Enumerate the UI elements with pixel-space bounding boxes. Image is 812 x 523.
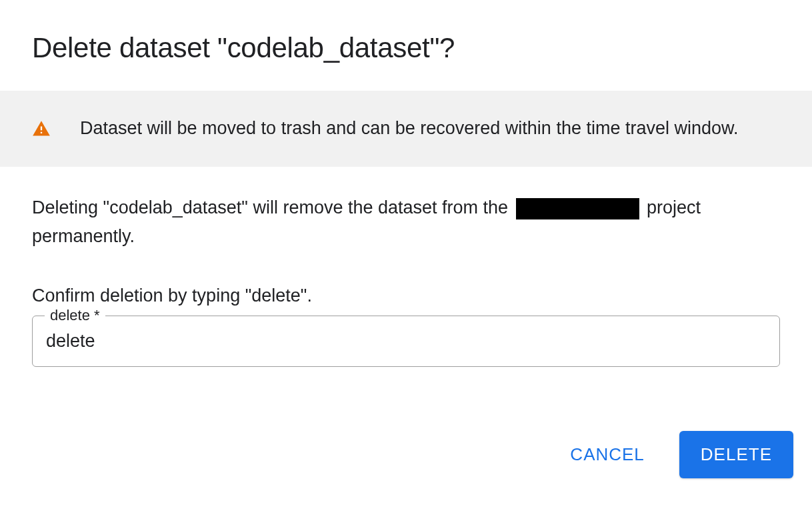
delete-confirm-input[interactable] xyxy=(33,316,779,366)
warning-icon xyxy=(32,119,51,138)
body-text: Deleting "codelab_dataset" will remove t… xyxy=(32,193,780,251)
confirm-section: Confirm deletion by typing "delete". del… xyxy=(0,251,812,367)
delete-input-wrapper: delete * xyxy=(32,316,780,367)
delete-dataset-dialog: Delete dataset "codelab_dataset"? Datase… xyxy=(0,0,812,497)
dialog-actions: CANCEL DELETE xyxy=(0,367,812,497)
dialog-body: Deleting "codelab_dataset" will remove t… xyxy=(0,167,812,251)
dialog-title: Delete dataset "codelab_dataset"? xyxy=(0,0,812,91)
delete-button[interactable]: DELETE xyxy=(679,431,793,478)
confirm-prompt: Confirm deletion by typing "delete". xyxy=(32,286,780,306)
redacted-project-name xyxy=(516,198,639,219)
info-banner: Dataset will be moved to trash and can b… xyxy=(0,91,812,167)
banner-message: Dataset will be moved to trash and can b… xyxy=(80,116,739,141)
delete-input-label: delete * xyxy=(45,307,105,324)
cancel-button[interactable]: CANCEL xyxy=(562,432,652,477)
body-text-prefix: Deleting "codelab_dataset" will remove t… xyxy=(32,197,513,217)
